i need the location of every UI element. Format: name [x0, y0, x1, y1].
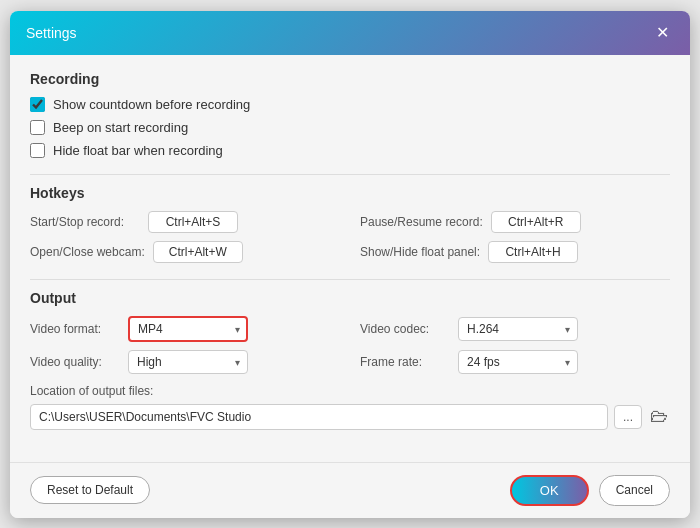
browse-button[interactable]: ... [614, 405, 642, 429]
countdown-checkbox[interactable] [30, 97, 45, 112]
hotkeys-section: Hotkeys Start/Stop record: Pause/Resume … [30, 185, 670, 263]
location-row: ... 🗁 [30, 404, 670, 430]
folder-icon-button[interactable]: 🗁 [648, 404, 670, 429]
dialog-title: Settings [26, 25, 77, 41]
float-panel-input[interactable] [488, 241, 578, 263]
video-codec-select-wrapper: H.264 H.265 MPEG-4 ▾ [458, 317, 578, 341]
checkbox-row-beep: Beep on start recording [30, 120, 670, 135]
start-stop-label: Start/Stop record: [30, 215, 140, 229]
cancel-button[interactable]: Cancel [599, 475, 670, 506]
hotkeys-title: Hotkeys [30, 185, 670, 201]
video-format-label: Video format: [30, 322, 120, 336]
reset-button[interactable]: Reset to Default [30, 476, 150, 504]
recording-title: Recording [30, 71, 670, 87]
webcam-input[interactable] [153, 241, 243, 263]
beep-label: Beep on start recording [53, 120, 188, 135]
hotkey-row-webcam: Open/Close webcam: [30, 241, 340, 263]
checkbox-row-hide-float: Hide float bar when recording [30, 143, 670, 158]
webcam-label: Open/Close webcam: [30, 245, 145, 259]
location-label: Location of output files: [30, 384, 670, 398]
frame-rate-select-wrapper: 24 fps 30 fps 60 fps ▾ [458, 350, 578, 374]
ok-button[interactable]: OK [510, 475, 589, 506]
countdown-label: Show countdown before recording [53, 97, 250, 112]
divider-2 [30, 279, 670, 280]
dialog-content: Recording Show countdown before recordin… [10, 55, 690, 462]
pause-resume-input[interactable] [491, 211, 581, 233]
recording-section: Recording Show countdown before recordin… [30, 71, 670, 158]
right-buttons: OK Cancel [510, 475, 670, 506]
video-quality-label: Video quality: [30, 355, 120, 369]
frame-rate-row: Frame rate: 24 fps 30 fps 60 fps ▾ [360, 350, 670, 374]
hotkey-row-float-panel: Show/Hide float panel: [360, 241, 670, 263]
video-quality-row: Video quality: High Medium Low ▾ [30, 350, 340, 374]
hotkey-row-pause-resume: Pause/Resume record: [360, 211, 670, 233]
title-bar: Settings ✕ [10, 11, 690, 55]
video-format-row: Video format: MP4 AVI MOV WMV FLV ▾ [30, 316, 340, 342]
beep-checkbox[interactable] [30, 120, 45, 135]
output-grid: Video format: MP4 AVI MOV WMV FLV ▾ Vide… [30, 316, 670, 374]
video-quality-select[interactable]: High Medium Low [128, 350, 248, 374]
pause-resume-label: Pause/Resume record: [360, 215, 483, 229]
close-button[interactable]: ✕ [650, 21, 674, 45]
float-panel-label: Show/Hide float panel: [360, 245, 480, 259]
location-input[interactable] [30, 404, 608, 430]
video-codec-select[interactable]: H.264 H.265 MPEG-4 [458, 317, 578, 341]
checkbox-row-countdown: Show countdown before recording [30, 97, 670, 112]
video-format-select-wrapper: MP4 AVI MOV WMV FLV ▾ [128, 316, 248, 342]
video-quality-select-wrapper: High Medium Low ▾ [128, 350, 248, 374]
settings-dialog: Settings ✕ Recording Show countdown befo… [10, 11, 690, 518]
output-title: Output [30, 290, 670, 306]
output-section: Output Video format: MP4 AVI MOV WMV FLV… [30, 290, 670, 430]
hide-float-checkbox[interactable] [30, 143, 45, 158]
start-stop-input[interactable] [148, 211, 238, 233]
frame-rate-select[interactable]: 24 fps 30 fps 60 fps [458, 350, 578, 374]
hide-float-label: Hide float bar when recording [53, 143, 223, 158]
bottom-bar: Reset to Default OK Cancel [10, 462, 690, 518]
video-codec-label: Video codec: [360, 322, 450, 336]
video-codec-row: Video codec: H.264 H.265 MPEG-4 ▾ [360, 316, 670, 342]
hotkeys-grid: Start/Stop record: Pause/Resume record: … [30, 211, 670, 263]
hotkey-row-start-stop: Start/Stop record: [30, 211, 340, 233]
divider-1 [30, 174, 670, 175]
video-format-select[interactable]: MP4 AVI MOV WMV FLV [128, 316, 248, 342]
frame-rate-label: Frame rate: [360, 355, 450, 369]
